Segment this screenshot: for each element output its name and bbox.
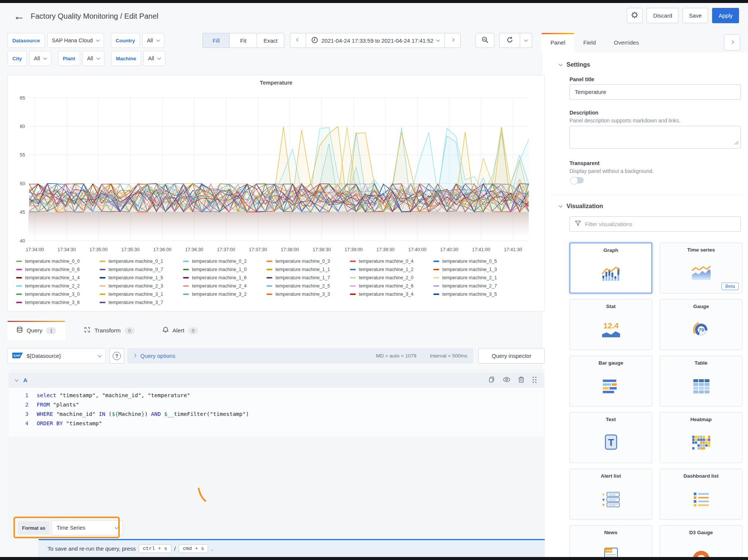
delete-query-icon[interactable]	[518, 376, 524, 384]
viz-card-text[interactable]: TextT	[570, 412, 652, 463]
legend-item-temperature-machine-3-1[interactable]: temperature machine_3_1	[100, 290, 183, 298]
legend-item-temperature-machine-2-1[interactable]: temperature machine_2_1	[433, 274, 517, 282]
header-actions: Discard Save Apply	[627, 8, 739, 23]
datasource-select[interactable]: SAP ${Datasource}	[7, 348, 106, 363]
viz-card-graph[interactable]: Graph	[570, 243, 652, 293]
legend-item-temperature-machine-3-3[interactable]: temperature machine_3_3	[266, 290, 350, 298]
refresh-button[interactable]	[499, 33, 520, 48]
legend-item-temperature-machine-1-0[interactable]: temperature machine_1_0	[183, 265, 266, 274]
legend-item-temperature-machine-0-1[interactable]: temperature machine_0_1	[100, 257, 183, 265]
resize-handle-icon[interactable]	[735, 140, 739, 146]
legend-item-temperature-machine-2-5[interactable]: temperature machine_2_5	[266, 282, 350, 290]
query-options-toggle[interactable]: Query options	[140, 353, 175, 359]
legend-item-temperature-machine-3-4[interactable]: temperature machine_3_4	[350, 290, 433, 298]
legend-item-temperature-machine-1-3[interactable]: temperature machine_1_3	[433, 265, 517, 274]
legend-item-temperature-machine-0-0[interactable]: temperature machine_0_0	[16, 257, 100, 265]
svg-text:17:36:00: 17:36:00	[153, 247, 171, 252]
legend-item-temperature-machine-1-4[interactable]: temperature machine_1_4	[16, 274, 100, 282]
viz-card-stat[interactable]: Stat12.4	[570, 299, 652, 350]
side-pane-tabs: PanelFieldOverrides	[541, 33, 648, 52]
legend-item-temperature-machine-0-7[interactable]: temperature machine_0_7	[100, 265, 183, 274]
legend-item-temperature-machine-0-2[interactable]: temperature machine_0_2	[183, 257, 266, 265]
legend-item-temperature-machine-3-7[interactable]: temperature machine_3_7	[100, 298, 183, 307]
chart-plot-area[interactable]: 17:34:0017:34:3017:35:0017:35:3017:36:00…	[8, 86, 545, 256]
discard-button[interactable]: Discard	[647, 8, 678, 23]
drag-handle-icon[interactable]	[532, 376, 537, 385]
apply-button[interactable]: Apply	[712, 8, 739, 23]
viz-card-news[interactable]: Newsnews	[570, 525, 652, 557]
view-mode-fill[interactable]: Fill	[202, 33, 230, 48]
back-arrow-icon[interactable]: ←	[13, 10, 25, 22]
svg-text:17:35:00: 17:35:00	[89, 247, 108, 252]
refresh-interval-dropdown[interactable]	[520, 33, 532, 48]
time-range-picker[interactable]: 2021-04-24 17:33:59 to 2021-04-24 17:41:…	[306, 33, 445, 48]
legend-item-temperature-machine-2-0[interactable]: temperature machine_2_0	[350, 274, 433, 282]
tab-field[interactable]: Field	[574, 33, 605, 52]
filter-select-machine[interactable]: All	[143, 51, 165, 66]
filter-select-city[interactable]: All	[29, 51, 51, 66]
viz-card-d3-gauge[interactable]: D3 Gauge	[660, 525, 742, 557]
legend-item-temperature-machine-0-5[interactable]: temperature machine_0_5	[433, 257, 517, 265]
legend-item-temperature-machine-3-6[interactable]: temperature machine_3_6	[16, 298, 100, 307]
svg-text:♥: ♥	[602, 502, 605, 508]
visualization-grid: GraphTime seriesBetaStat12.4Gauge79Bar g…	[570, 243, 743, 557]
save-button[interactable]: Save	[683, 8, 708, 23]
duplicate-query-icon[interactable]	[488, 376, 495, 384]
visualization-section-header[interactable]: Visualization	[559, 203, 603, 210]
viz-card-bar-gauge[interactable]: Bar gauge	[570, 356, 652, 407]
legend-item-temperature-machine-2-4[interactable]: temperature machine_2_4	[183, 282, 266, 290]
collapse-pane-button[interactable]	[724, 34, 740, 51]
legend-item-temperature-machine-1-2[interactable]: temperature machine_1_2	[350, 265, 433, 274]
viz-card-heatmap[interactable]: Heatmap	[660, 412, 742, 463]
disable-query-icon[interactable]	[503, 377, 510, 384]
legend-item-temperature-machine-1-1[interactable]: temperature machine_1_1	[266, 265, 350, 274]
legend-label: temperature machine_1_7	[275, 274, 330, 282]
legend-swatch	[183, 269, 189, 270]
legend-item-temperature-machine-0-4[interactable]: temperature machine_0_4	[350, 257, 433, 265]
legend-item-temperature-machine-1-5[interactable]: temperature machine_1_5	[100, 274, 183, 282]
viz-card-gauge[interactable]: Gauge79	[660, 299, 742, 350]
svg-text:17:34:00: 17:34:00	[26, 247, 44, 252]
filter-datasource: DatasourceSAP Hana Cloud	[7, 33, 104, 48]
filter-select-datasource[interactable]: SAP Hana Cloud	[47, 33, 104, 48]
legend-item-temperature-machine-0-6[interactable]: temperature machine_0_6	[16, 265, 100, 274]
viz-card-dashboard-list[interactable]: Dashboard list	[660, 469, 742, 520]
legend-item-temperature-machine-1-6[interactable]: temperature machine_1_6	[183, 274, 266, 282]
legend-item-temperature-machine-2-2[interactable]: temperature machine_2_2	[16, 282, 100, 290]
legend-item-temperature-machine-1-7[interactable]: temperature machine_1_7	[266, 274, 350, 282]
viz-card-time-series[interactable]: Time seriesBeta	[660, 243, 742, 293]
filter-select-plant[interactable]: All	[82, 51, 104, 66]
legend-item-temperature-machine-3-2[interactable]: temperature machine_3_2	[183, 290, 266, 298]
view-mode-fit[interactable]: Fit	[230, 33, 257, 48]
panel-settings-button[interactable]	[627, 8, 642, 23]
format-as-select[interactable]: Time Series	[52, 520, 123, 535]
sql-editor[interactable]: 1select "timestamp", "machine_id", "temp…	[9, 388, 544, 436]
visualization-filter-input[interactable]: Filter visualizations	[570, 216, 741, 232]
window-chrome-top	[0, 0, 748, 3]
query-inspector-button[interactable]: Query inspector	[478, 348, 545, 363]
legend-item-temperature-machine-2-6[interactable]: temperature machine_2_6	[350, 282, 433, 290]
legend-item-temperature-machine-2-3[interactable]: temperature machine_2_3	[100, 282, 183, 290]
legend-item-temperature-machine-3-5[interactable]: temperature machine_3_5	[433, 290, 517, 298]
filter-select-country[interactable]: All	[142, 33, 164, 48]
tab-transform[interactable]: Transform0	[75, 321, 143, 340]
viz-card-alert-list[interactable]: Alert list♥♥♥	[570, 469, 652, 520]
time-shift-forward-button[interactable]	[445, 33, 461, 48]
tab-alert[interactable]: Alert0	[153, 321, 207, 340]
legend-item-temperature-machine-0-3[interactable]: temperature machine_0_3	[266, 257, 350, 265]
time-zoom-out-button[interactable]	[476, 33, 494, 48]
query-row-header[interactable]: A	[9, 373, 544, 388]
tab-overrides[interactable]: Overrides	[605, 33, 648, 52]
tab-query[interactable]: Query1	[7, 321, 65, 340]
panel-title-input[interactable]: Temperature	[570, 84, 741, 100]
time-shift-back-button[interactable]	[290, 33, 306, 48]
tab-panel[interactable]: Panel	[541, 33, 574, 52]
transparent-toggle[interactable]	[570, 177, 584, 183]
legend-item-temperature-machine-3-0[interactable]: temperature machine_3_0	[16, 290, 100, 298]
legend-item-temperature-machine-2-7[interactable]: temperature machine_2_7	[433, 282, 517, 290]
settings-section-header[interactable]: Settings	[559, 61, 590, 68]
datasource-help-button[interactable]: ?	[109, 348, 124, 363]
view-mode-exact[interactable]: Exact	[257, 33, 284, 48]
description-textarea[interactable]	[570, 126, 741, 149]
viz-card-table[interactable]: Table	[660, 356, 742, 407]
